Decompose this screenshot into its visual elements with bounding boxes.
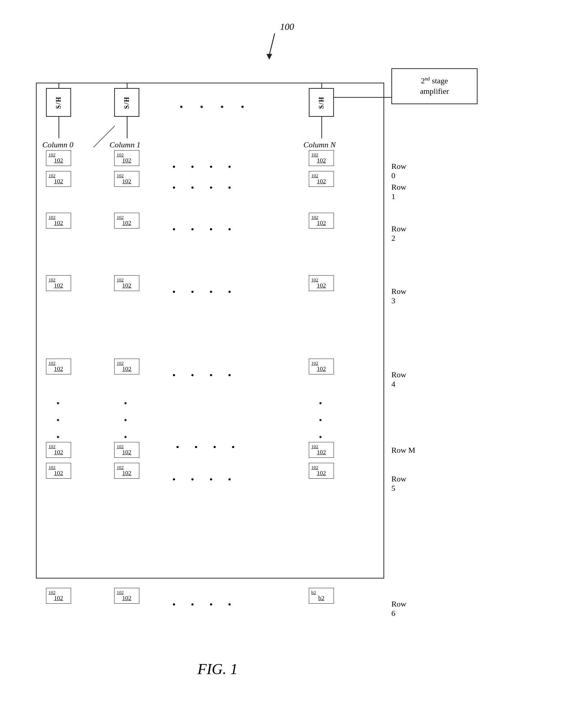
- figure-label: FIG. 1: [197, 660, 238, 678]
- cell-row4-col0: 102102: [46, 359, 71, 374]
- sh-box-colN: S/H: [309, 88, 334, 117]
- row1-dots: • • • •: [172, 183, 238, 193]
- row-label-M: Row M: [391, 446, 415, 455]
- cell-rowM-colN: 102 102: [309, 442, 334, 458]
- vertical-dots-colN: •••: [319, 395, 322, 446]
- cell-row5-col0: 102102: [46, 463, 71, 479]
- row-label-3: Row 3: [391, 287, 406, 305]
- reference-label-100: 100: [280, 22, 294, 32]
- row6-dots: • • • •: [172, 599, 238, 610]
- vertical-dots-col0: •••: [56, 395, 60, 446]
- stage-amplifier-box: 2nd stageamplifier: [391, 68, 478, 104]
- row4-dots: • • • •: [172, 370, 238, 381]
- cell-row1-col0: 102102: [46, 171, 71, 187]
- arrow-icon: [259, 32, 287, 60]
- connector-line-col0: [59, 117, 59, 138]
- cell-row6-col1: 102102: [114, 588, 139, 604]
- cell-row3-colN: 102102: [309, 275, 334, 291]
- row2-dots: • • • •: [172, 224, 238, 235]
- cell-row3-col0: 102102: [46, 275, 71, 291]
- row-label-6: Row 6: [391, 599, 406, 618]
- sh-box-col0: S/H: [46, 88, 71, 117]
- cell-row0-colN: 102102: [309, 150, 334, 166]
- row-label-1: Row 1: [391, 183, 406, 201]
- superscript: nd: [425, 76, 430, 82]
- row-label-2: Row 2: [391, 224, 406, 243]
- stage-amplifier-text: 2nd stageamplifier: [420, 76, 449, 97]
- row5-dots: • • • •: [172, 474, 238, 485]
- cell-rowM-col1: 102 102: [114, 442, 139, 458]
- cell-row3-col1: 102102: [114, 275, 139, 291]
- cell-row1-colN: 102102: [309, 171, 334, 187]
- cell-row4-col1: 102102: [114, 359, 139, 374]
- cell-rowM-col0: 102 102: [46, 442, 71, 458]
- cell-row0-col0: 102102: [46, 150, 71, 166]
- rowM-dots: • • • •: [176, 442, 241, 453]
- cell-row5-col1: 102102: [114, 463, 139, 479]
- row-label-0: Row 0: [391, 162, 406, 180]
- column-label-1: Column 1: [110, 140, 140, 149]
- row3-dots: • • • •: [172, 287, 238, 298]
- cell-row0-col1: 102102: [114, 150, 139, 166]
- cell-row6-colN: b2b2: [309, 588, 334, 604]
- sh-dots: • • • •: [180, 101, 251, 113]
- row-label-5: Row 5: [391, 474, 406, 493]
- cell-row2-col1: 102102: [114, 213, 139, 229]
- column-label-0: Column 0: [42, 140, 73, 149]
- cell-row2-colN: 102102: [309, 213, 334, 229]
- connector-line-colN: [321, 117, 322, 138]
- row0-dots: • • • •: [172, 162, 238, 172]
- cell-row4-colN: 102102: [309, 359, 334, 374]
- cell-row6-col0: 102102: [46, 588, 71, 604]
- svg-marker-1: [266, 54, 272, 60]
- cell-row5-colN: 102102: [309, 463, 334, 479]
- vertical-dots-col1: •••: [124, 395, 127, 446]
- svg-line-0: [269, 33, 275, 55]
- column-label-N: Column N: [303, 140, 336, 149]
- row-label-4: Row 4: [391, 370, 406, 389]
- sh-box-col1: S/H: [114, 88, 139, 117]
- cell-row1-col1: 102102: [114, 171, 139, 187]
- sh-to-amp-connector: [334, 97, 392, 98]
- cell-row2-col0: 102102: [46, 213, 71, 229]
